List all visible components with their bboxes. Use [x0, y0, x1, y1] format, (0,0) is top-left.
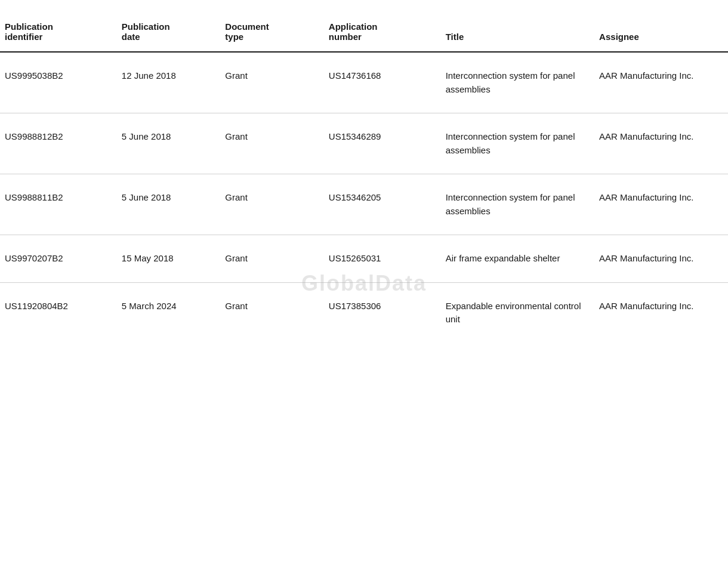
cell-pub-id: US9988812B2	[0, 113, 117, 174]
cell-pub-date: 5 June 2018	[117, 174, 220, 235]
table-header-row: Publicationidentifier Publicationdate Do…	[0, 12, 728, 52]
cell-pub-date: 12 June 2018	[117, 52, 220, 113]
cell-pub-id: US9988811B2	[0, 174, 117, 235]
col-header-assignee: Assignee	[594, 12, 728, 52]
cell-app-num: US15346289	[324, 113, 441, 174]
col-header-pub-date: Publicationdate	[117, 12, 220, 52]
cell-doc-type: Grant	[220, 52, 323, 113]
cell-title: Expandable environmental control unit	[441, 282, 594, 343]
col-header-title: Title	[441, 12, 594, 52]
cell-pub-date: 5 June 2018	[117, 113, 220, 174]
col-header-pub-id: Publicationidentifier	[0, 12, 117, 52]
cell-pub-date: 15 May 2018	[117, 235, 220, 283]
patents-table: Publicationidentifier Publicationdate Do…	[0, 12, 728, 343]
cell-title: Interconnection system for panel assembl…	[441, 174, 594, 235]
table-row: US11920804B25 March 2024GrantUS17385306E…	[0, 282, 728, 343]
cell-pub-id: US11920804B2	[0, 282, 117, 343]
cell-title: Air frame expandable shelter	[441, 235, 594, 283]
cell-app-num: US17385306	[324, 282, 441, 343]
cell-app-num: US15265031	[324, 235, 441, 283]
cell-assignee: AAR Manufacturing Inc.	[594, 113, 728, 174]
cell-doc-type: Grant	[220, 174, 323, 235]
table-row: US9988811B25 June 2018GrantUS15346205Int…	[0, 174, 728, 235]
table-row: US9995038B212 June 2018GrantUS14736168In…	[0, 52, 728, 113]
cell-title: Interconnection system for panel assembl…	[441, 113, 594, 174]
cell-assignee: AAR Manufacturing Inc.	[594, 282, 728, 343]
cell-assignee: AAR Manufacturing Inc.	[594, 235, 728, 283]
cell-pub-date: 5 March 2024	[117, 282, 220, 343]
cell-app-num: US14736168	[324, 52, 441, 113]
cell-doc-type: Grant	[220, 282, 323, 343]
cell-app-num: US15346205	[324, 174, 441, 235]
data-table-container: Publicationidentifier Publicationdate Do…	[0, 0, 728, 355]
cell-doc-type: Grant	[220, 113, 323, 174]
table-row: US9988812B25 June 2018GrantUS15346289Int…	[0, 113, 728, 174]
col-header-doc-type: Documenttype	[220, 12, 323, 52]
cell-pub-id: US9995038B2	[0, 52, 117, 113]
cell-assignee: AAR Manufacturing Inc.	[594, 52, 728, 113]
cell-doc-type: Grant	[220, 235, 323, 283]
cell-title: Interconnection system for panel assembl…	[441, 52, 594, 113]
col-header-app-num: Applicationnumber	[324, 12, 441, 52]
cell-assignee: AAR Manufacturing Inc.	[594, 174, 728, 235]
table-row: US9970207B215 May 2018GrantUS15265031Air…	[0, 235, 728, 283]
cell-pub-id: US9970207B2	[0, 235, 117, 283]
